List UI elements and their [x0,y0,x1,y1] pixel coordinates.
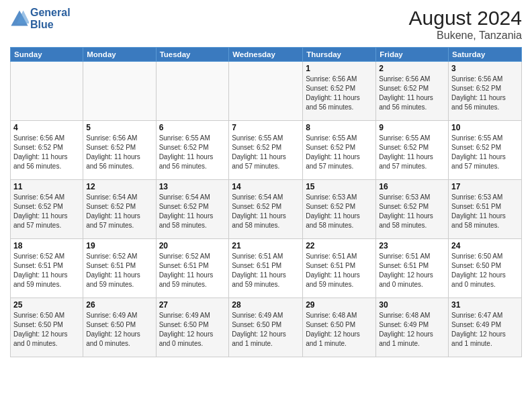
day-number: 29 [306,300,373,310]
day-number: 7 [232,123,300,132]
day-number: 6 [159,123,226,132]
day-number: 31 [451,300,519,310]
day-info: Sunrise: 6:49 AM Sunset: 6:50 PM Dayligh… [159,311,226,349]
day-info: Sunrise: 6:49 AM Sunset: 6:50 PM Dayligh… [86,311,152,349]
table-row: 27Sunrise: 6:49 AM Sunset: 6:50 PM Dayli… [156,298,229,357]
day-info: Sunrise: 6:55 AM Sunset: 6:52 PM Dayligh… [159,134,226,171]
day-info: Sunrise: 6:49 AM Sunset: 6:50 PM Dayligh… [232,311,300,349]
day-info: Sunrise: 6:52 AM Sunset: 6:51 PM Dayligh… [13,252,80,289]
table-row [83,62,156,121]
subtitle: Bukene, Tanzania [409,30,522,42]
table-row: 30Sunrise: 6:48 AM Sunset: 6:49 PM Dayli… [376,298,449,357]
table-row: 12Sunrise: 6:54 AM Sunset: 6:52 PM Dayli… [83,180,156,239]
day-number: 18 [13,241,80,250]
day-number: 4 [13,123,80,132]
col-wednesday: Wednesday [229,48,303,62]
day-info: Sunrise: 6:48 AM Sunset: 6:50 PM Dayligh… [306,311,373,349]
day-number: 26 [86,300,152,310]
logo-text: General Blue [30,7,71,31]
day-number: 28 [232,300,300,310]
table-row: 28Sunrise: 6:49 AM Sunset: 6:50 PM Dayli… [229,298,303,357]
table-row [229,62,303,121]
day-info: Sunrise: 6:47 AM Sunset: 6:49 PM Dayligh… [451,311,519,349]
day-info: Sunrise: 6:56 AM Sunset: 6:52 PM Dayligh… [379,75,445,112]
day-number: 22 [306,241,373,250]
day-number: 23 [379,241,445,250]
table-row: 19Sunrise: 6:52 AM Sunset: 6:51 PM Dayli… [83,239,156,298]
table-row: 10Sunrise: 6:55 AM Sunset: 6:52 PM Dayli… [449,121,522,180]
day-number: 30 [379,300,445,310]
day-info: Sunrise: 6:55 AM Sunset: 6:52 PM Dayligh… [379,134,445,171]
day-info: Sunrise: 6:51 AM Sunset: 6:51 PM Dayligh… [232,252,300,289]
calendar: Sunday Monday Tuesday Wednesday Thursday… [10,47,522,357]
day-number: 24 [451,241,519,250]
day-number: 2 [379,64,445,73]
col-monday: Monday [83,48,156,62]
table-row: 6Sunrise: 6:55 AM Sunset: 6:52 PM Daylig… [156,121,229,180]
day-number: 25 [13,300,80,310]
table-row: 7Sunrise: 6:55 AM Sunset: 6:52 PM Daylig… [229,121,303,180]
table-row: 3Sunrise: 6:56 AM Sunset: 6:52 PM Daylig… [449,62,522,121]
table-row: 14Sunrise: 6:54 AM Sunset: 6:52 PM Dayli… [229,180,303,239]
table-row: 8Sunrise: 6:55 AM Sunset: 6:52 PM Daylig… [303,121,376,180]
table-row [156,62,229,121]
table-row: 1Sunrise: 6:56 AM Sunset: 6:52 PM Daylig… [303,62,376,121]
calendar-week-2: 11Sunrise: 6:54 AM Sunset: 6:52 PM Dayli… [11,180,522,239]
calendar-header-row: Sunday Monday Tuesday Wednesday Thursday… [11,48,522,62]
calendar-week-1: 4Sunrise: 6:56 AM Sunset: 6:52 PM Daylig… [11,121,522,180]
logo: General Blue [10,7,71,31]
calendar-week-4: 25Sunrise: 6:50 AM Sunset: 6:50 PM Dayli… [11,298,522,357]
day-info: Sunrise: 6:54 AM Sunset: 6:52 PM Dayligh… [159,193,226,230]
day-info: Sunrise: 6:51 AM Sunset: 6:51 PM Dayligh… [306,252,373,289]
day-number: 27 [159,300,226,310]
table-row: 11Sunrise: 6:54 AM Sunset: 6:52 PM Dayli… [11,180,83,239]
table-row: 23Sunrise: 6:51 AM Sunset: 6:51 PM Dayli… [376,239,449,298]
day-number: 10 [451,123,519,132]
title-block: August 2024 Bukene, Tanzania [409,7,522,42]
table-row: 2Sunrise: 6:56 AM Sunset: 6:52 PM Daylig… [376,62,449,121]
day-number: 14 [232,182,300,191]
table-row: 17Sunrise: 6:53 AM Sunset: 6:51 PM Dayli… [449,180,522,239]
table-row: 16Sunrise: 6:53 AM Sunset: 6:52 PM Dayli… [376,180,449,239]
day-info: Sunrise: 6:56 AM Sunset: 6:52 PM Dayligh… [13,134,80,171]
table-row: 29Sunrise: 6:48 AM Sunset: 6:50 PM Dayli… [303,298,376,357]
table-row: 5Sunrise: 6:56 AM Sunset: 6:52 PM Daylig… [83,121,156,180]
day-number: 5 [86,123,152,132]
day-info: Sunrise: 6:52 AM Sunset: 6:51 PM Dayligh… [86,252,152,289]
day-info: Sunrise: 6:55 AM Sunset: 6:52 PM Dayligh… [232,134,300,171]
table-row: 4Sunrise: 6:56 AM Sunset: 6:52 PM Daylig… [11,121,83,180]
day-number: 19 [86,241,152,250]
day-info: Sunrise: 6:53 AM Sunset: 6:52 PM Dayligh… [379,193,445,230]
table-row: 24Sunrise: 6:50 AM Sunset: 6:50 PM Dayli… [449,239,522,298]
table-row: 18Sunrise: 6:52 AM Sunset: 6:51 PM Dayli… [11,239,83,298]
day-number: 16 [379,182,445,191]
day-info: Sunrise: 6:56 AM Sunset: 6:52 PM Dayligh… [86,134,152,171]
table-row: 13Sunrise: 6:54 AM Sunset: 6:52 PM Dayli… [156,180,229,239]
day-info: Sunrise: 6:56 AM Sunset: 6:52 PM Dayligh… [451,75,519,112]
day-number: 15 [306,182,373,191]
table-row: 31Sunrise: 6:47 AM Sunset: 6:49 PM Dayli… [449,298,522,357]
day-info: Sunrise: 6:55 AM Sunset: 6:52 PM Dayligh… [451,134,519,171]
table-row: 9Sunrise: 6:55 AM Sunset: 6:52 PM Daylig… [376,121,449,180]
day-number: 13 [159,182,226,191]
table-row: 20Sunrise: 6:52 AM Sunset: 6:51 PM Dayli… [156,239,229,298]
day-info: Sunrise: 6:52 AM Sunset: 6:51 PM Dayligh… [159,252,226,289]
day-info: Sunrise: 6:55 AM Sunset: 6:52 PM Dayligh… [306,134,373,171]
day-number: 12 [86,182,152,191]
logo-icon [10,9,29,28]
day-info: Sunrise: 6:54 AM Sunset: 6:52 PM Dayligh… [232,193,300,230]
day-number: 20 [159,241,226,250]
day-number: 9 [379,123,445,132]
main-title: August 2024 [409,7,522,30]
day-number: 8 [306,123,373,132]
day-info: Sunrise: 6:50 AM Sunset: 6:50 PM Dayligh… [451,252,519,289]
col-tuesday: Tuesday [156,48,229,62]
day-number: 11 [13,182,80,191]
day-info: Sunrise: 6:50 AM Sunset: 6:50 PM Dayligh… [13,311,80,349]
table-row: 26Sunrise: 6:49 AM Sunset: 6:50 PM Dayli… [83,298,156,357]
calendar-week-0: 1Sunrise: 6:56 AM Sunset: 6:52 PM Daylig… [11,62,522,121]
col-thursday: Thursday [303,48,376,62]
day-number: 1 [306,64,373,73]
day-info: Sunrise: 6:51 AM Sunset: 6:51 PM Dayligh… [379,252,445,289]
table-row: 25Sunrise: 6:50 AM Sunset: 6:50 PM Dayli… [11,298,83,357]
